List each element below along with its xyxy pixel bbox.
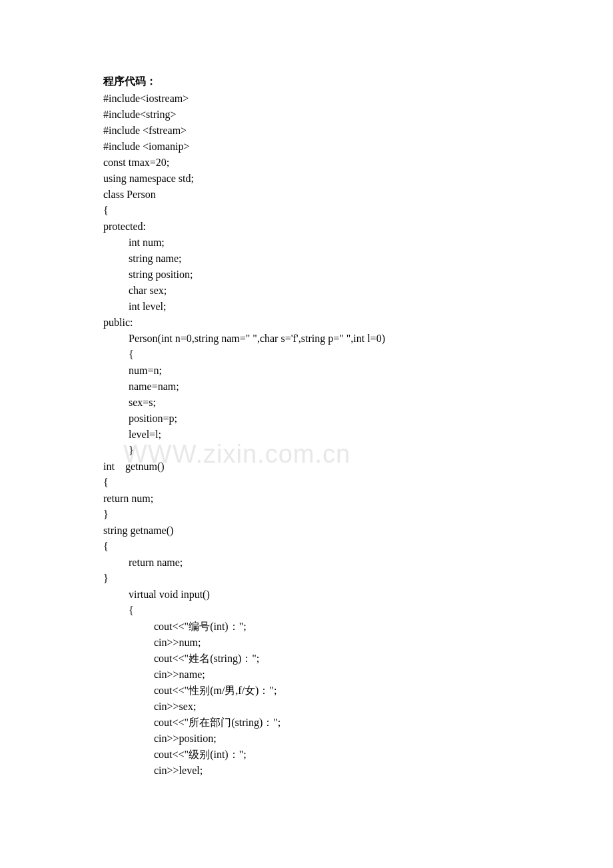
code-line: cin>>num;: [103, 635, 516, 651]
code-line: return num;: [103, 491, 516, 507]
code-line: return name;: [103, 555, 516, 571]
code-line: Person(int n=0,string nam=" ",char s='f'…: [103, 331, 516, 347]
document-content: 程序代码： #include<iostream>#include<string>…: [103, 73, 516, 779]
code-line: cout<<"编号(int)：";: [103, 619, 516, 635]
code-line: level=l;: [103, 427, 516, 443]
code-line: cin>>position;: [103, 731, 516, 747]
code-line: {: [103, 603, 516, 619]
code-line: cin>>level;: [103, 763, 516, 779]
code-line: int level;: [103, 299, 516, 315]
code-line: #include<string>: [103, 107, 516, 123]
code-line: virtual void input(): [103, 587, 516, 603]
code-line: num=n;: [103, 363, 516, 379]
code-line: cout<<"姓名(string)：";: [103, 651, 516, 667]
code-line: }: [103, 443, 516, 459]
code-line: public:: [103, 315, 516, 331]
code-line: cout<<"级别(int)：";: [103, 747, 516, 763]
code-line: string name;: [103, 251, 516, 267]
code-line: cout<<"所在部门(string)：";: [103, 715, 516, 731]
code-line: string position;: [103, 267, 516, 283]
code-line: protected:: [103, 219, 516, 235]
code-block: #include<iostream>#include<string>#inclu…: [103, 91, 516, 779]
code-line: {: [103, 539, 516, 555]
code-line: #include <iomanip>: [103, 139, 516, 155]
code-line: cout<<"性别(m/男,f/女)：";: [103, 683, 516, 699]
code-line: {: [103, 347, 516, 363]
code-line: {: [103, 203, 516, 219]
code-line: sex=s;: [103, 395, 516, 411]
code-line: }: [103, 507, 516, 523]
code-line: #include <fstream>: [103, 123, 516, 139]
code-line: int getnum(): [103, 459, 516, 475]
code-line: position=p;: [103, 411, 516, 427]
code-line: #include<iostream>: [103, 91, 516, 107]
code-line: {: [103, 475, 516, 491]
code-line: class Person: [103, 187, 516, 203]
code-line: cin>>name;: [103, 667, 516, 683]
code-line: using namespace std;: [103, 171, 516, 187]
code-line: string getname(): [103, 523, 516, 539]
code-line: }: [103, 571, 516, 587]
code-line: const tmax=20;: [103, 155, 516, 171]
code-heading: 程序代码：: [103, 73, 516, 89]
code-line: name=nam;: [103, 379, 516, 395]
code-line: char sex;: [103, 283, 516, 299]
code-line: cin>>sex;: [103, 699, 516, 715]
code-line: int num;: [103, 235, 516, 251]
